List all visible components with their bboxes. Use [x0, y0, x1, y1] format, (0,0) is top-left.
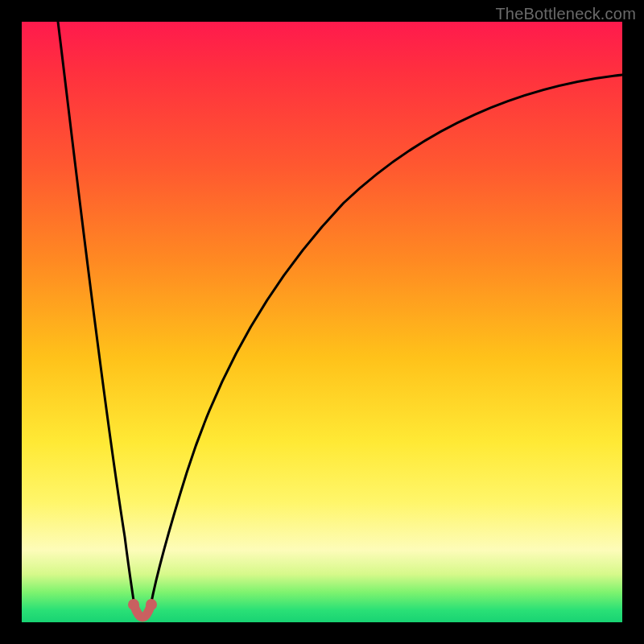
valley-dot-right: [146, 599, 157, 610]
valley-dot-left: [128, 599, 139, 610]
plot-area: [22, 22, 622, 622]
curve-right-branch: [151, 75, 622, 606]
bottleneck-curve: [22, 22, 622, 622]
watermark-label: TheBottleneck.com: [495, 5, 636, 23]
curve-left-branch: [58, 22, 134, 606]
chart-frame: TheBottleneck.com: [0, 0, 644, 644]
